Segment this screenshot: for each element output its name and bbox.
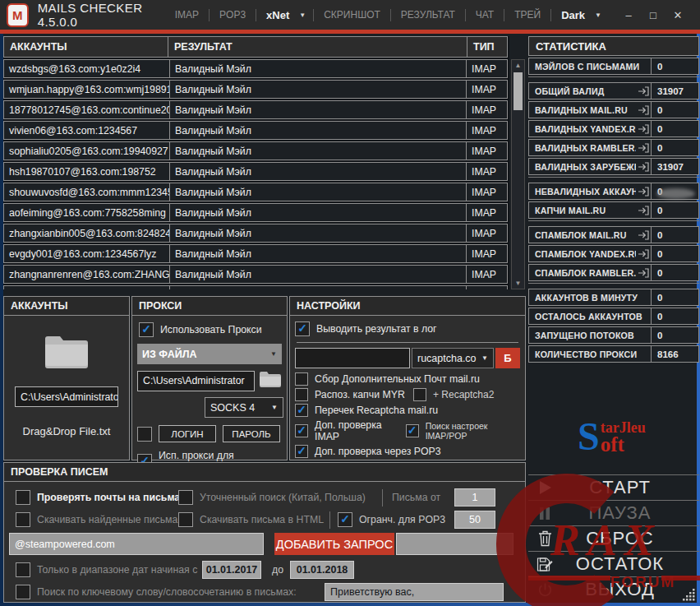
export-icon[interactable] [636, 248, 651, 260]
export-icon[interactable] [636, 104, 651, 116]
letters-from-input[interactable]: 1 [454, 488, 495, 507]
query-list-box[interactable] [396, 533, 513, 555]
pause-button[interactable]: ПАУЗА [528, 500, 699, 525]
open-file-folder-icon[interactable] [43, 332, 90, 373]
download-letters-checkbox[interactable] [16, 512, 30, 527]
proxy-password-button[interactable]: ПАРОЛЬ [223, 425, 280, 442]
table-row[interactable]: vivien06@163.com:1234567Валидный МэйлIMA… [3, 121, 508, 140]
export-icon[interactable] [636, 142, 651, 154]
export-icon[interactable] [636, 229, 651, 241]
recaptcha2-checkbox[interactable] [413, 388, 426, 401]
proxy-login-button[interactable]: ЛОГИН [159, 425, 216, 442]
remainder-button[interactable]: ОСТАТОК [528, 551, 699, 576]
table-row[interactable]: evgdy001@163.com:1234567lyzВалидный Мэйл… [3, 244, 508, 263]
proxy-source-dropdown[interactable]: ИЗ ФАЙЛА ▼ [137, 344, 282, 364]
table-row[interactable]: zhanghao61@163.com:zhanghao61Валидный Мэ… [3, 285, 508, 289]
table-row[interactable]: shouwuvosfd@163.com:mmm12345Валидный Мэй… [3, 183, 508, 201]
cell-account: 18778012745@163.com:continue201 [4, 101, 169, 118]
table-scrollbar[interactable]: ▲ ▼ [511, 59, 525, 289]
chevron-down-icon[interactable]: ▼ [299, 12, 306, 19]
menu-result[interactable]: РЕЗУЛЬТАТ [398, 9, 458, 21]
export-icon[interactable] [636, 123, 651, 135]
column-header-result[interactable]: РЕЗУЛЬТАТ [168, 36, 467, 58]
theme-dropdown[interactable]: Dark [559, 9, 587, 21]
stat-label: СПАМБЛОК MAIL.RU [535, 230, 636, 240]
table-row[interactable]: aofeiming@163.com:7758258mingВалидный Мэ… [3, 203, 508, 222]
menu-pop3[interactable]: POP3 [217, 9, 248, 21]
stat-label: КАПЧИ MAIL.RU [535, 206, 636, 215]
pop3-limit-input[interactable]: 50 [454, 511, 495, 529]
table-row[interactable]: sophialiu0205@163.com:19940927Валидный М… [3, 141, 508, 160]
stat-value: 0 [651, 308, 698, 324]
extra-imap-check-checkbox[interactable]: ✓ [295, 424, 308, 437]
date-from-input[interactable]: 01.01.2017 [202, 561, 261, 579]
table-row[interactable]: wmjuan.happy@163.com:wmj19891Валидный Мэ… [3, 80, 508, 99]
refined-search-checkbox[interactable] [178, 490, 193, 505]
keyword-search-checkbox[interactable] [16, 585, 30, 599]
cell-type: IMAP [466, 163, 507, 180]
scroll-up-icon[interactable]: ▲ [512, 62, 524, 69]
scrollbar-thumb[interactable] [513, 72, 523, 110]
window-edge [0, 603, 700, 606]
minimize-button[interactable]: – [616, 9, 641, 21]
myr-captcha-checkbox[interactable] [295, 388, 308, 401]
log-output-checkbox[interactable]: ✓ [295, 322, 310, 336]
close-button[interactable]: ✕ [665, 9, 690, 21]
stat-row: ВАЛИДНЫХ YANDEX.RU 0 [528, 120, 699, 137]
captcha-key-input[interactable] [295, 348, 410, 368]
search-query-input[interactable]: @steampowered.com [9, 533, 264, 555]
table-row[interactable]: 18778012745@163.com:continue201Валидный … [3, 100, 508, 119]
accounts-file-path-input[interactable]: C:\Users\Administrato [15, 386, 118, 407]
pop3-limit-checkbox[interactable]: ✓ [338, 512, 352, 527]
recheck-recaptcha-checkbox[interactable]: ✓ [295, 404, 308, 417]
export-icon[interactable] [636, 186, 651, 197]
chevron-down-icon[interactable]: ▼ [595, 12, 601, 19]
add-query-button[interactable]: ДОБАВИТЬ ЗАПРОС [274, 533, 394, 555]
cell-account: hsh19870107@163.com:198752 [4, 163, 169, 180]
menu-imap[interactable]: IMAP [173, 9, 201, 21]
export-icon[interactable] [636, 205, 651, 216]
proxy-type-dropdown[interactable]: SOCKS 4 ▼ [205, 397, 283, 418]
column-header-type[interactable]: ТИП [467, 36, 508, 58]
exit-button[interactable]: ВЫХОД [528, 576, 699, 602]
export-icon[interactable] [636, 86, 651, 97]
remainder-label: ОСТАТОК [555, 553, 699, 575]
balance-button[interactable]: Б [495, 348, 520, 368]
use-proxy-checkbox[interactable]: ✓ [139, 322, 154, 337]
date-range-checkbox[interactable] [16, 562, 30, 577]
keyword-input[interactable]: Приветствую вас, [325, 583, 504, 601]
menu-screenshot[interactable]: СКРИНШОТ [321, 9, 383, 21]
menu-xnet-dropdown[interactable]: xNet [264, 9, 292, 21]
accounts-panel-title: АККАУНТЫ [4, 297, 129, 316]
browse-folder-icon[interactable] [259, 370, 282, 391]
captcha-service-dropdown[interactable]: rucaptcha.co ▼ [412, 348, 494, 368]
proxy-file-path-input[interactable]: C:\Users\Administrator [137, 371, 255, 391]
resize-grip[interactable] [683, 589, 695, 604]
scroll-down-icon[interactable]: ▼ [512, 280, 524, 287]
collect-extra-mails-checkbox[interactable] [295, 372, 308, 386]
start-button[interactable]: СТАРТ [528, 474, 699, 500]
letters-panel-title: ПРОВЕРКА ПИСЕМ [4, 463, 525, 482]
table-row[interactable]: wzdsbgs@163.com:y1e0z2i4Валидный МэйлIMA… [3, 59, 508, 78]
download-html-checkbox[interactable] [178, 512, 193, 527]
cell-type: IMAP [466, 60, 507, 77]
maximize-button[interactable]: □ [641, 9, 665, 21]
table-row[interactable]: zhangxianbin005@163.com:824824aВалидный … [3, 224, 508, 243]
extra-pop3-check-checkbox[interactable]: ✓ [295, 445, 308, 458]
proxy-auth-checkbox[interactable] [137, 427, 152, 442]
table-row[interactable]: zhangnanrenren@163.com:ZHANGnВалидный Мэ… [3, 265, 508, 284]
check-mails-checkbox[interactable] [16, 490, 30, 505]
table-row[interactable]: hsh19870107@163.com:198752Валидный МэйлI… [3, 162, 508, 181]
stat-label: МЭЙЛОВ С ПИСЬМАМИ [535, 62, 651, 72]
export-icon[interactable] [636, 161, 651, 173]
reset-button[interactable]: СБРОС [528, 525, 699, 551]
date-to-input[interactable]: 01.01.2018 [290, 561, 354, 579]
accounts-panel: АККАУНТЫ C:\Users\Administrato Drag&Drop… [3, 296, 130, 460]
column-header-accounts[interactable]: АККАУНТЫ [3, 36, 168, 58]
imap-pop-settings-search-checkbox[interactable]: ✓ [406, 424, 419, 437]
menu-tray[interactable]: ТРЕЙ [512, 9, 543, 21]
export-icon[interactable] [636, 267, 651, 279]
menu-chat[interactable]: ЧАТ [473, 9, 496, 21]
cell-account: vivien06@163.com:1234567 [4, 122, 169, 139]
brand-logo-s: S [578, 419, 600, 455]
